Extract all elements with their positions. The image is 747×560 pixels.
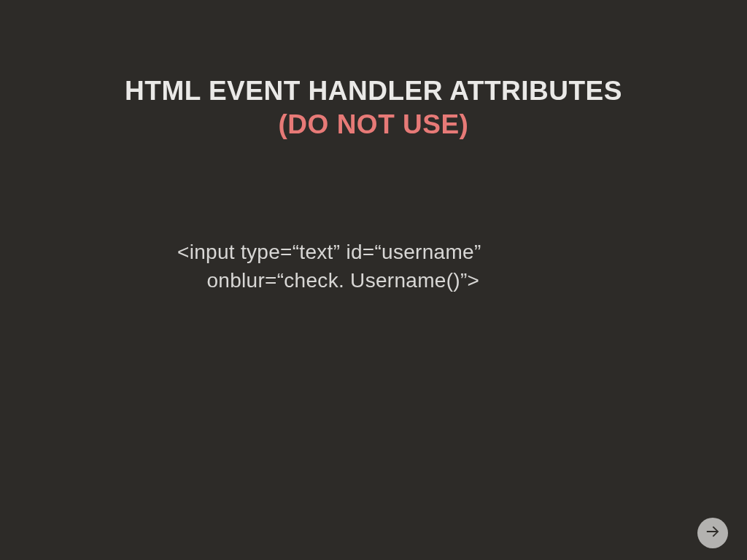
slide: HTML EVENT HANDLER ATTRIBUTES (DO NOT US…: [0, 0, 747, 560]
next-button[interactable]: [697, 518, 728, 548]
heading-line-1: HTML EVENT HANDLER ATTRIBUTES: [0, 74, 747, 108]
code-line-2: onblur=“check. Username()”>: [177, 269, 479, 292]
code-line-1: <input type=“text” id=“username”: [177, 241, 481, 263]
code-example: <input type=“text” id=“username” onblur=…: [177, 238, 481, 295]
slide-heading: HTML EVENT HANDLER ATTRIBUTES (DO NOT US…: [0, 74, 747, 142]
heading-line-2: (DO NOT USE): [0, 108, 747, 141]
arrow-right-icon: [704, 524, 721, 542]
